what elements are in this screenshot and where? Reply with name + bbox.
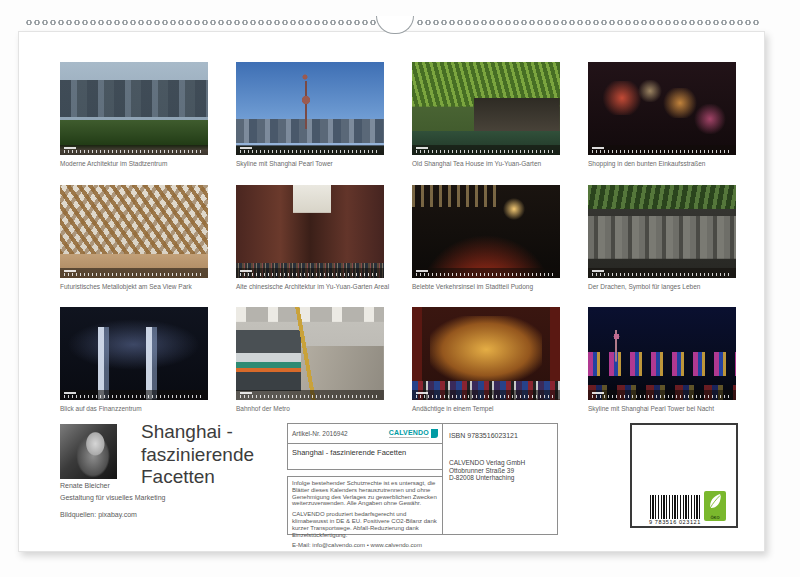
mini-calendar-strip	[588, 390, 736, 400]
publisher-street: Ottobrunner Straße 39	[449, 467, 551, 475]
thumbnail-photo-pearl-tower-skyline	[236, 62, 384, 155]
publisher-city: D-82008 Unterhaching	[449, 474, 551, 482]
photo-caption: Skyline mit Shanghai Pearl Tower	[236, 160, 396, 168]
calendar-back-cover: Moderne Architektur im Stadtzentrum Skyl…	[0, 0, 800, 577]
mini-calendar-strip	[412, 145, 560, 155]
thumbnail-photo-temple	[412, 307, 560, 400]
photo-caption: Skyline mit Shanghai Pearl Tower bei Nac…	[588, 405, 748, 413]
mini-calendar-strip	[236, 268, 384, 278]
mini-calendar-strip	[60, 145, 208, 155]
thumbnail-photo-traffic-island	[412, 185, 560, 278]
calvendo-logo-icon	[431, 429, 438, 438]
product-title: Shanghai - faszinierende Facetten	[288, 444, 442, 457]
wire-binding-holes-right	[416, 17, 760, 28]
mini-calendar-strip	[588, 145, 736, 155]
eco-label: ÖKO	[704, 491, 726, 521]
photo-caption: Alte chinesische Architektur im Yu-Yuan-…	[236, 283, 396, 291]
thumbnail-photo-old-chinese-street	[236, 185, 384, 278]
isbn-number: ISBN 9783516023121	[449, 432, 551, 439]
legal-info-box: Infolge bestehender Schutzrechte ist es …	[287, 476, 443, 535]
photo-caption: Andächtige in einem Tempel	[412, 405, 572, 413]
mini-calendar-strip	[236, 390, 384, 400]
photo-caption: Blick auf das Finanzzentrum	[60, 405, 220, 413]
author-portrait	[60, 424, 117, 479]
thumbnail-photo-tea-house	[412, 62, 560, 155]
photo-caption: Futuristisches Metallobjekt am Sea View …	[60, 283, 220, 291]
page-title-line: faszinierende	[141, 444, 283, 467]
photo-caption: Shopping in den bunten Einkaufsstraßen	[588, 160, 748, 168]
article-info-box: Artikel-Nr. 2016942 CALVENDO Shanghai - …	[287, 423, 443, 470]
page-title-line: Facetten	[141, 466, 283, 489]
barcode-number: 9 783516 023121	[644, 519, 706, 525]
thumbnail-photo-shopping-street	[588, 62, 736, 155]
legal-paragraph-1: Infolge bestehender Schutzrechte ist es …	[292, 480, 438, 507]
wire-binding-holes-left	[25, 17, 377, 28]
contact-email-line: E-Mail: info@calvendo.com • www.calvendo…	[292, 542, 438, 549]
calvendo-logo-text: CALVENDO	[389, 429, 429, 438]
mini-calendar-strip	[60, 390, 208, 400]
image-credits: Bildquellen: pixabay.com	[60, 511, 137, 518]
legal-paragraph-2: CALVENDO produziert bedarfsgerecht und k…	[292, 511, 438, 538]
thumbnail-photo-night-skyline	[588, 307, 736, 400]
photo-caption: Bahnhof der Metro	[236, 405, 396, 413]
page-title-line: Shanghai -	[141, 421, 283, 444]
barcode-box: 9 783516 023121 ÖKO	[630, 423, 738, 528]
photo-caption: Old Shanghai Tea House im Yu-Yuan-Garten	[412, 160, 572, 168]
mini-calendar-strip	[412, 268, 560, 278]
thumbnail-photo-modern-architecture	[60, 62, 208, 155]
eco-label-text: ÖKO	[704, 515, 726, 520]
photo-caption: Moderne Architektur im Stadtzentrum	[60, 160, 220, 168]
publisher-address: CALVENDO Verlag GmbH Ottobrunner Straße …	[449, 459, 551, 482]
mini-calendar-strip	[412, 390, 560, 400]
photo-caption: Belebte Verkehrsinsel im Stadtteil Pudon…	[412, 283, 572, 291]
calvendo-logo: CALVENDO	[389, 429, 438, 438]
mini-calendar-strip	[236, 145, 384, 155]
mini-calendar-strip	[588, 268, 736, 278]
mini-calendar-strip	[60, 268, 208, 278]
thumbnail-photo-metro-station	[236, 307, 384, 400]
author-name: Renate Bleicher	[60, 482, 110, 489]
author-role: Gestaltung für visuelles Marketing	[60, 494, 178, 503]
thumbnail-photo-dragon	[588, 185, 736, 278]
photo-caption: Der Drachen, Symbol für langes Leben	[588, 283, 748, 291]
article-number: Artikel-Nr. 2016942	[292, 430, 348, 437]
isbn-box: ISBN 9783516023121 CALVENDO Verlag GmbH …	[442, 423, 558, 535]
publisher-name: CALVENDO Verlag GmbH	[449, 459, 551, 467]
thumbnail-photo-finance-center	[60, 307, 208, 400]
ean-barcode	[650, 495, 700, 519]
thumbnail-photo-metal-object	[60, 185, 208, 278]
page-title: Shanghai - faszinierende Facetten	[141, 421, 283, 489]
leaf-icon	[707, 493, 723, 513]
